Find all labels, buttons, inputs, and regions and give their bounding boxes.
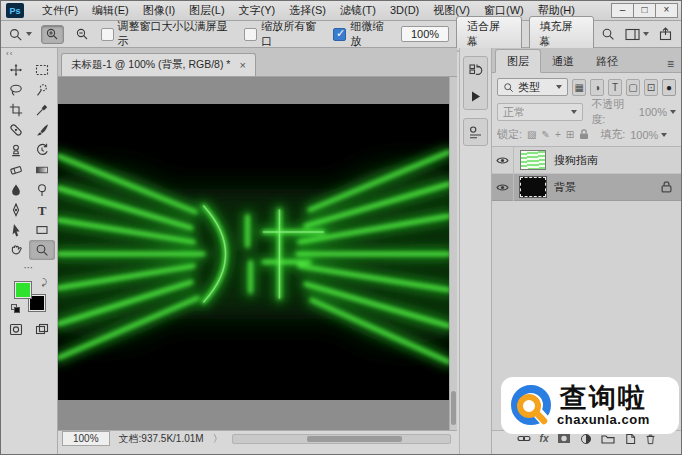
visibility-toggle[interactable] — [492, 147, 514, 174]
rectangle-tool[interactable] — [29, 220, 55, 240]
vertical-scrollbar[interactable] — [449, 77, 457, 430]
lock-artboard-icon[interactable]: ⊞ — [566, 129, 574, 140]
filter-toggle-icon[interactable]: ● — [662, 79, 676, 96]
menu-image[interactable]: 图像(I) — [136, 1, 182, 20]
swap-colors-icon[interactable]: ⤸ — [42, 277, 47, 288]
clone-stamp-tool[interactable] — [3, 140, 29, 160]
lock-pixels-icon[interactable]: ✎ — [542, 129, 550, 140]
adjustment-layer-icon[interactable] — [580, 433, 592, 445]
status-zoom-field[interactable]: 100% — [62, 431, 110, 446]
new-layer-icon[interactable] — [624, 433, 636, 445]
workspace-switcher-icon[interactable] — [625, 28, 649, 41]
tab-paths[interactable]: 路径 — [585, 50, 629, 72]
move-tool[interactable] — [3, 60, 29, 80]
minimize-button[interactable]: – — [611, 3, 634, 18]
layer-mask-icon[interactable] — [557, 433, 571, 444]
lasso-tool[interactable] — [3, 80, 29, 100]
tab-layers[interactable]: 图层 — [495, 49, 541, 73]
fit-screen-button[interactable]: 适合屏幕 — [456, 16, 522, 52]
status-menu-arrow[interactable]: 〉 — [213, 432, 223, 446]
lock-all-icon[interactable] — [579, 129, 589, 140]
quick-mask-button[interactable] — [3, 319, 29, 339]
maximize-button[interactable]: □ — [633, 3, 656, 18]
current-tool-dropdown[interactable] — [8, 27, 34, 42]
watermark-title: 查询啦 — [560, 385, 647, 412]
fill-dropdown[interactable]: 100% — [630, 129, 667, 141]
eyedropper-tool[interactable] — [29, 100, 55, 120]
horizontal-scrollbar[interactable] — [232, 434, 451, 444]
smart-objects-filter-icon[interactable]: ⊡ — [644, 79, 658, 96]
zoom-tool[interactable] — [29, 240, 55, 260]
screen-mode-button[interactable] — [29, 319, 55, 339]
zoom-all-windows-checkbox[interactable] — [244, 28, 257, 41]
hand-tool[interactable] — [3, 240, 29, 260]
pixel-layers-filter-icon[interactable]: ▦ — [572, 79, 586, 96]
edit-toolbar-button[interactable]: ⋯ — [1, 262, 57, 273]
opacity-dropdown[interactable]: 100% — [639, 106, 676, 118]
layer-name[interactable]: 背景 — [554, 180, 576, 195]
layer-row-background[interactable]: 背景 — [492, 174, 681, 201]
document-tab[interactable]: 未标题-1 @ 100% (背景, RGB/8) * × — [61, 53, 256, 76]
brush-tool[interactable] — [29, 120, 55, 140]
menu-type[interactable]: 文字(Y) — [232, 1, 283, 20]
layer-style-icon[interactable]: fx — [540, 433, 549, 444]
close-button[interactable]: × — [655, 3, 678, 18]
gradient-tool[interactable] — [29, 160, 55, 180]
delete-layer-icon[interactable] — [645, 433, 656, 445]
zoom-out-button[interactable] — [71, 25, 94, 44]
vertical-scrollbar-thumb[interactable] — [451, 391, 456, 425]
history-brush-tool[interactable] — [29, 140, 55, 160]
collapse-tools-button[interactable]: ‹‹ — [1, 48, 57, 60]
tab-close-icon[interactable]: × — [239, 59, 245, 71]
menu-edit[interactable]: 编辑(E) — [85, 1, 136, 20]
zoom-percent-field[interactable]: 100% — [401, 26, 449, 42]
shape-layers-filter-icon[interactable]: ▢ — [626, 79, 640, 96]
eraser-tool[interactable] — [3, 160, 29, 180]
zoom-in-button[interactable] — [41, 25, 64, 44]
lock-position-icon[interactable]: + — [555, 129, 561, 140]
menu-select[interactable]: 选择(S) — [282, 1, 333, 20]
resize-windows-checkbox[interactable] — [101, 28, 114, 41]
scrubby-zoom-checkbox[interactable] — [333, 28, 346, 41]
menu-filter[interactable]: 滤镜(T) — [333, 1, 383, 20]
adjustment-layers-filter-icon[interactable]: ◑ — [590, 79, 604, 96]
type-tool[interactable]: T — [29, 200, 55, 220]
foreground-color-swatch[interactable] — [14, 281, 32, 299]
fill-screen-button[interactable]: 填充屏幕 — [529, 16, 595, 52]
share-icon[interactable] — [659, 27, 672, 41]
layer-filter-row: 类型 ▦ ◑ T ▢ ⊡ ● — [492, 76, 681, 98]
visibility-toggle[interactable] — [492, 174, 514, 201]
spot-healing-brush-tool[interactable] — [3, 120, 29, 140]
default-colors-icon[interactable] — [11, 304, 20, 313]
blend-mode-dropdown[interactable]: 正常 — [497, 103, 583, 121]
dodge-tool[interactable] — [29, 180, 55, 200]
layer-filter-dropdown[interactable]: 类型 — [497, 78, 568, 96]
layer-thumbnail[interactable] — [520, 150, 546, 170]
menu-file[interactable]: 文件(F) — [35, 1, 85, 20]
type-layers-filter-icon[interactable]: T — [608, 79, 622, 96]
menu-layer[interactable]: 图层(L) — [182, 1, 231, 20]
menu-3d[interactable]: 3D(D) — [383, 1, 426, 20]
actions-panel-icon[interactable] — [464, 83, 487, 109]
horizontal-scrollbar-thumb[interactable] — [307, 436, 403, 442]
layer-name[interactable]: 搜狗指南 — [554, 153, 598, 168]
canvas[interactable] — [58, 104, 449, 400]
canvas-viewport[interactable] — [58, 77, 449, 430]
path-selection-tool[interactable] — [3, 220, 29, 240]
panel-menu-icon[interactable]: ≡ — [667, 60, 674, 68]
tab-channels[interactable]: 通道 — [541, 50, 585, 72]
layer-group-icon[interactable] — [601, 433, 615, 444]
crop-tool[interactable] — [3, 100, 29, 120]
properties-panel-icon[interactable] — [464, 119, 487, 145]
search-icon[interactable] — [601, 27, 615, 41]
pen-tool[interactable] — [3, 200, 29, 220]
blur-tool[interactable] — [3, 180, 29, 200]
tool-options-bar: 调整窗口大小以满屏显示 缩放所有窗口 细微缩放 100% 适合屏幕 填充屏幕 — [1, 21, 681, 48]
rectangular-marquee-tool[interactable] — [29, 60, 55, 80]
lock-transparent-icon[interactable]: ▨ — [527, 129, 536, 140]
quick-selection-tool[interactable] — [29, 80, 55, 100]
layer-row-sogou[interactable]: 搜狗指南 — [492, 147, 681, 174]
history-panel-icon[interactable] — [464, 57, 487, 83]
layer-thumbnail[interactable] — [520, 177, 546, 197]
link-layers-icon[interactable] — [517, 434, 531, 443]
